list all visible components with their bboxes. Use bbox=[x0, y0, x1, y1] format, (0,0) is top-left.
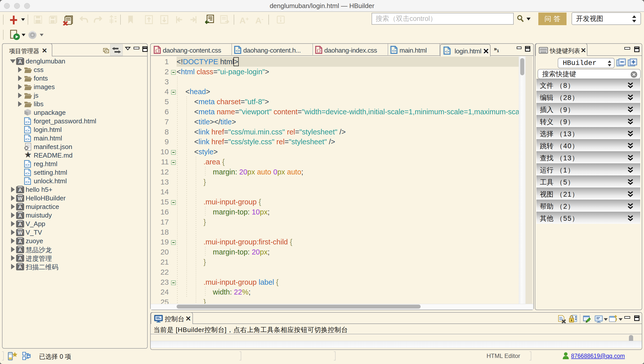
svg-text:<>: <> bbox=[25, 129, 29, 133]
svg-text:A: A bbox=[18, 59, 22, 64]
svg-text:A: A bbox=[18, 247, 22, 253]
svg-text:<>: <> bbox=[25, 137, 29, 141]
svg-text:A: A bbox=[18, 256, 22, 261]
svg-text:A: A bbox=[18, 222, 22, 227]
svg-text:A: A bbox=[18, 213, 22, 219]
svg-text:{}: {} bbox=[316, 49, 321, 53]
svg-text:<>: <> bbox=[392, 49, 396, 53]
svg-text:A: A bbox=[18, 187, 22, 193]
svg-text:<>: <> bbox=[445, 49, 449, 54]
svg-text:<>: <> bbox=[236, 49, 240, 53]
svg-text:<>: <> bbox=[25, 163, 29, 167]
svg-text:{}: {} bbox=[155, 49, 159, 53]
svg-text:<>: <> bbox=[25, 171, 29, 175]
svg-text:W: W bbox=[18, 196, 23, 201]
svg-text:<>: <> bbox=[25, 180, 29, 184]
svg-text:A: A bbox=[18, 239, 22, 244]
svg-text:<>: <> bbox=[25, 120, 29, 124]
svg-text:W: W bbox=[18, 230, 23, 236]
svg-text:A: A bbox=[18, 204, 22, 210]
svg-text:A: A bbox=[18, 264, 22, 270]
